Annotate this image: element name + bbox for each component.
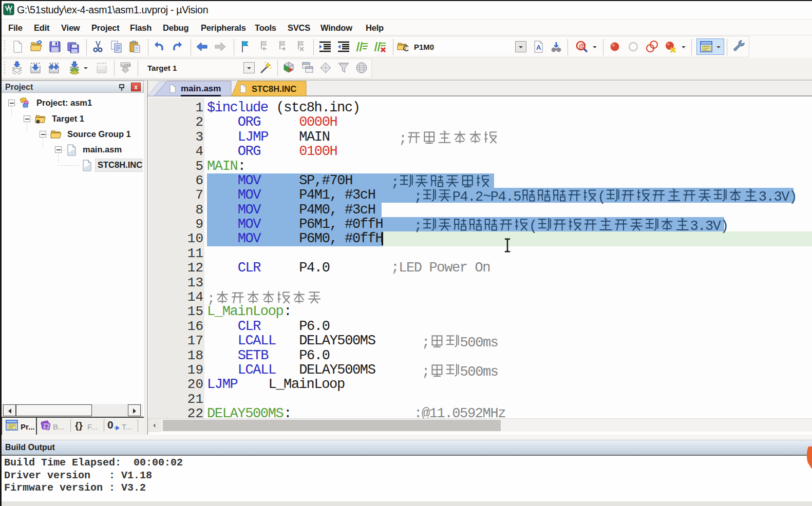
svg-text:?: ? — [45, 424, 48, 430]
svg-text:A: A — [536, 44, 541, 51]
svg-text:LOAD: LOAD — [122, 63, 131, 67]
svg-text:5: 5 — [9, 10, 11, 14]
